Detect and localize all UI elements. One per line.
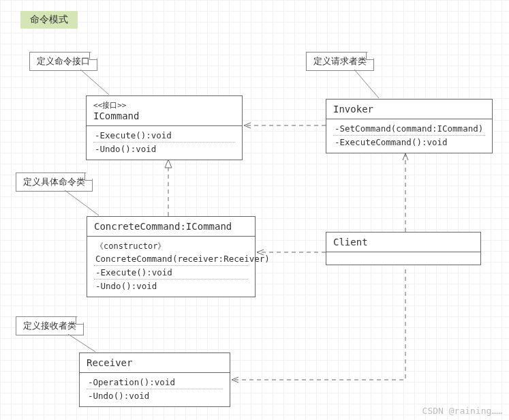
svg-line-3 [68, 334, 95, 352]
class-invoker-title: Invoker [326, 100, 492, 119]
op-line: -Execute():void [93, 129, 235, 142]
op-line: -ExecuteCommand():void [333, 136, 485, 149]
op-line: -Execute():void [94, 266, 248, 280]
class-icommand-ops: -Execute():void -Undo():void [87, 126, 242, 160]
class-invoker-ops: -SetCommand(command:ICommand) -ExecuteCo… [326, 119, 492, 153]
class-icommand-name: ICommand [93, 110, 139, 121]
class-icommand: <<接口>> ICommand -Execute():void -Undo():… [86, 95, 243, 160]
class-invoker-name: Invoker [333, 104, 373, 115]
watermark: CSDN @raining…… [422, 406, 502, 416]
op-line: ConcreteCommand(receiver:Receiver) [94, 252, 248, 266]
class-concrete-title: ConcreteCommand:ICommand [87, 217, 255, 237]
class-receiver-ops: -Operation():void -Undo():void [80, 373, 230, 406]
class-receiver-name: Receiver [87, 357, 132, 368]
class-icommand-stereo: <<接口>> [93, 100, 235, 110]
svg-line-1 [354, 70, 379, 98]
note-invoker: 定义请求者类 [306, 52, 374, 71]
class-client-ops [326, 252, 480, 265]
diagram-title: 命令模式 [20, 11, 78, 29]
class-concrete: ConcreteCommand:ICommand 《constructor》 C… [87, 216, 256, 297]
op-line: -Undo():void [87, 389, 223, 402]
class-concrete-constructor-stereo: 《constructor》 [94, 239, 248, 252]
class-client-title: Client [326, 232, 480, 252]
op-line: -Undo():void [94, 280, 248, 292]
class-receiver: Receiver -Operation():void -Undo():void [79, 352, 230, 407]
class-icommand-title: <<接口>> ICommand [87, 96, 242, 126]
class-client: Client [326, 232, 481, 265]
op-line: -Operation():void [87, 376, 223, 389]
class-receiver-title: Receiver [80, 353, 230, 373]
note-receiver: 定义接收者类 [16, 316, 84, 335]
class-concrete-ops: 《constructor》 ConcreteCommand(receiver:R… [87, 237, 255, 297]
class-concrete-name: ConcreteCommand:ICommand [94, 221, 232, 232]
svg-line-0 [80, 70, 109, 95]
op-line: -Undo():void [93, 142, 235, 155]
svg-line-2 [65, 190, 99, 215]
op-line: -SetCommand(command:ICommand) [333, 122, 485, 136]
class-invoker: Invoker -SetCommand(command:ICommand) -E… [326, 99, 493, 153]
class-client-name: Client [333, 237, 368, 247]
note-concrete: 定义具体命令类 [16, 172, 93, 192]
note-icommand: 定义命令接口 [29, 52, 97, 71]
